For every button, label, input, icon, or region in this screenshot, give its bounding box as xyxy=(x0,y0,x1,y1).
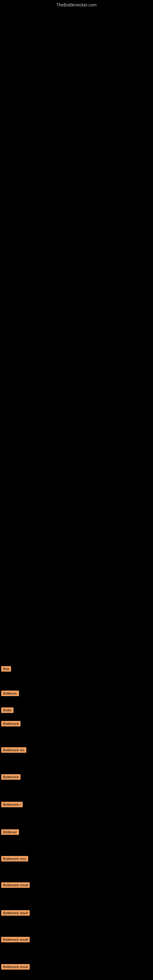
bottleneck-result-label: Bottleneck r xyxy=(1,802,22,807)
list-item: Bottleneck r xyxy=(1,802,22,808)
list-item: Bottleneck resu xyxy=(1,856,28,863)
bottleneck-result-label: Bottleneck result xyxy=(1,910,30,916)
list-item: Bottle xyxy=(1,708,13,714)
bottleneck-result-label: Bottleneck xyxy=(1,774,21,780)
bottleneck-result-label: Bottleneck resu xyxy=(1,856,28,861)
bottleneck-result-label: Bottleneck result xyxy=(1,882,30,888)
list-item: Bottlenec xyxy=(1,690,19,697)
bottleneck-result-label: Bottleneck result xyxy=(1,937,30,942)
page-wrapper: TheBottlenecker.com Bott Bottlenec Bottl… xyxy=(0,0,153,980)
bottleneck-result-label: Bottleneck result xyxy=(1,964,30,970)
list-item: Bottleneck result xyxy=(1,964,30,971)
list-item: Bottleneck result xyxy=(1,937,30,943)
bottleneck-result-label: Bottlenec xyxy=(1,829,19,835)
list-item: Bottleneck xyxy=(1,721,21,728)
list-item: Bottleneck xyxy=(1,774,21,781)
bottleneck-result-label: Bottle xyxy=(1,708,13,713)
bottleneck-result-label: Bott xyxy=(1,666,11,671)
list-item: Bottleneck res xyxy=(1,747,26,754)
list-item: Bottleneck result xyxy=(1,882,30,889)
list-item: Bottlenec xyxy=(1,829,19,836)
bottleneck-result-label: Bottleneck res xyxy=(1,747,26,753)
bottleneck-result-label: Bottleneck xyxy=(1,721,21,726)
bottleneck-result-label: Bottlenec xyxy=(1,690,19,696)
list-item: Bott xyxy=(1,666,11,673)
list-item: Bottleneck result xyxy=(1,910,30,917)
site-title: TheBottlenecker.com xyxy=(0,2,153,7)
